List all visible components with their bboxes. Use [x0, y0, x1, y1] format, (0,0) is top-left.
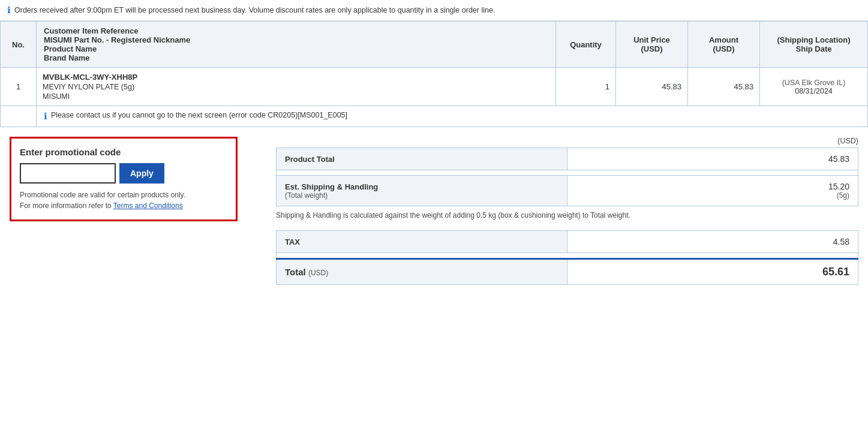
row-quantity: 1 — [556, 68, 616, 106]
ship-date: 08/31/2024 — [766, 87, 861, 95]
header-no: No. — [1, 22, 37, 68]
row-no: 1 — [1, 68, 37, 106]
header-product-name-label: Product Name — [44, 44, 97, 53]
product-table: No. Customer Item Reference MISUMI Part … — [0, 21, 868, 127]
tax-row: TAX 4.58 — [277, 231, 858, 253]
promo-section: Enter promotional code Apply Promotional… — [0, 137, 252, 285]
total-row: Total (USD) 65.61 — [277, 259, 858, 285]
header-quantity: Quantity — [556, 22, 616, 68]
row-product-info: MVBLK-MCL-3WY-XHH8P MEVIY NYLON PLATE (5… — [37, 68, 556, 106]
row-info-icon: ℹ — [44, 111, 47, 122]
shipping-label: Est. Shipping & Handling (Total weight) — [277, 176, 567, 206]
shipping-note: Shipping & Handling is calculated agains… — [276, 206, 858, 224]
header-customer-ref: Customer Item Reference — [44, 26, 139, 35]
header-product: Customer Item Reference MISUMI Part No. … — [37, 22, 556, 68]
promo-note: Promotional code are valid for certain p… — [20, 190, 227, 211]
tax-value: 4.58 — [567, 231, 858, 253]
tax-label: TAX — [277, 231, 567, 253]
part-number: MVBLK-MCL-3WY-XHH8P — [43, 73, 549, 82]
shipping-value: 15.20 (5g) — [567, 176, 858, 206]
table-row: 1 MVBLK-MCL-3WY-XHH8P MEVIY NYLON PLATE … — [1, 68, 868, 106]
gap-row-1 — [277, 170, 858, 176]
product-total-label: Product Total — [277, 148, 567, 170]
banner-text: Orders received after 9:00pm ET will be … — [14, 6, 495, 14]
bottom-section: Enter promotional code Apply Promotional… — [0, 127, 868, 294]
row-unit-price: 45.83 — [616, 68, 688, 106]
promo-box: Enter promotional code Apply Promotional… — [10, 137, 238, 221]
tax-total-table: TAX 4.58 Total (USD) 65.61 — [276, 230, 858, 285]
row-amount: 45.83 — [688, 68, 760, 106]
row-ship-date: (USA Elk Grove IL) 08/31/2024 — [760, 68, 868, 106]
header-misumi-part: MISUMI Part No. - Registered Nickname — [44, 35, 190, 44]
header-brand-label: Brand Name — [44, 53, 90, 62]
banner-info-icon: ℹ — [7, 5, 11, 16]
ship-location: (USA Elk Grove IL) — [766, 79, 861, 87]
brand-name: MISUMI — [43, 92, 549, 101]
totals-table: Product Total 45.83 Est. Shipping & Hand… — [276, 148, 858, 206]
product-total-row: Product Total 45.83 — [277, 148, 858, 170]
gap-row-2 — [277, 253, 858, 259]
header-ship-date: (Shipping Location) Ship Date — [760, 22, 868, 68]
product-total-value: 45.83 — [567, 148, 858, 170]
promo-input-row: Apply — [20, 163, 227, 184]
total-value: 65.61 — [567, 259, 858, 285]
shipping-row: Est. Shipping & Handling (Total weight) … — [277, 176, 858, 206]
header-unit-price: Unit Price (USD) — [616, 22, 688, 68]
apply-button[interactable]: Apply — [119, 163, 164, 184]
info-message-row: ℹ Please contact us if you cannot go to … — [1, 106, 868, 127]
promo-title: Enter promotional code — [20, 147, 227, 157]
usd-label: (USD) — [276, 137, 858, 145]
terms-conditions-link[interactable]: Terms and Conditions — [113, 202, 183, 210]
totals-section: (USD) Product Total 45.83 Est. Shipping … — [252, 137, 868, 285]
promo-code-input[interactable] — [20, 163, 116, 184]
total-label: Total (USD) — [277, 259, 567, 285]
product-name: MEVIY NYLON PLATE (5g) — [43, 83, 549, 91]
row-info-text: Please contact us if you cannot go to th… — [51, 111, 347, 119]
header-amount: Amount (USD) — [688, 22, 760, 68]
top-banner: ℹ Orders received after 9:00pm ET will b… — [0, 0, 868, 21]
